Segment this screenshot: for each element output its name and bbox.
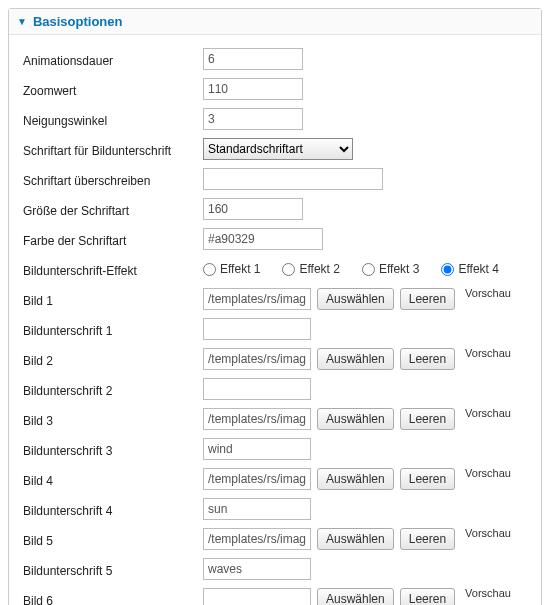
bild2-leeren-button[interactable]: Leeren — [400, 348, 455, 370]
label-bild6: Bild 6 — [23, 591, 203, 606]
bild3-vorschau-link[interactable]: Vorschau — [465, 407, 511, 419]
effekt-radio-3-input[interactable] — [362, 263, 375, 276]
bildunterschrift3-input[interactable] — [203, 438, 311, 460]
bildunterschrift4-input[interactable] — [203, 498, 311, 520]
bild2-input[interactable] — [203, 348, 311, 370]
basisoptionen-panel: ▼ Basisoptionen Animationsdauer Zoomwert… — [8, 8, 542, 605]
panel-title: Basisoptionen — [33, 14, 123, 29]
effekt-radio-1-input[interactable] — [203, 263, 216, 276]
label-effekt: Bildunterschrift-Effekt — [23, 261, 203, 278]
bild4-auswaehlen-button[interactable]: Auswählen — [317, 468, 394, 490]
label-bild3: Bild 3 — [23, 411, 203, 428]
bild3-auswaehlen-button[interactable]: Auswählen — [317, 408, 394, 430]
label-schriftart-ueberschreiben: Schriftart überschreiben — [23, 171, 203, 188]
label-schriftart-bildunterschrift: Schriftart für Bildunterschrift — [23, 141, 203, 158]
bild4-input[interactable] — [203, 468, 311, 490]
label-bildunterschrift3: Bildunterschrift 3 — [23, 441, 203, 458]
bild5-auswaehlen-button[interactable]: Auswählen — [317, 528, 394, 550]
effekt-radio-2-input[interactable] — [282, 263, 295, 276]
effekt-radio-4[interactable]: Effekt 4 — [441, 262, 498, 276]
label-farbe-schriftart: Farbe der Schriftart — [23, 231, 203, 248]
effekt-radio-3[interactable]: Effekt 3 — [362, 262, 419, 276]
label-bild4: Bild 4 — [23, 471, 203, 488]
farbe-schriftart-input[interactable] — [203, 228, 323, 250]
bild4-vorschau-link[interactable]: Vorschau — [465, 467, 511, 479]
schriftart-ueberschreiben-input[interactable] — [203, 168, 383, 190]
bild5-leeren-button[interactable]: Leeren — [400, 528, 455, 550]
animationsdauer-input[interactable] — [203, 48, 303, 70]
bild2-auswaehlen-button[interactable]: Auswählen — [317, 348, 394, 370]
bild5-vorschau-link[interactable]: Vorschau — [465, 527, 511, 539]
effekt-radio-4-input[interactable] — [441, 263, 454, 276]
bild3-input[interactable] — [203, 408, 311, 430]
bild6-vorschau-link[interactable]: Vorschau — [465, 587, 511, 599]
label-neigungswinkel: Neigungswinkel — [23, 111, 203, 128]
bild3-leeren-button[interactable]: Leeren — [400, 408, 455, 430]
bild5-input[interactable] — [203, 528, 311, 550]
label-animationsdauer: Animationsdauer — [23, 51, 203, 68]
bild1-input[interactable] — [203, 288, 311, 310]
bildunterschrift2-input[interactable] — [203, 378, 311, 400]
bild6-leeren-button[interactable]: Leeren — [400, 588, 455, 605]
schriftart-select[interactable]: Standardschriftart — [203, 138, 353, 160]
label-bildunterschrift2: Bildunterschrift 2 — [23, 381, 203, 398]
bildunterschrift5-input[interactable] — [203, 558, 311, 580]
bild4-leeren-button[interactable]: Leeren — [400, 468, 455, 490]
collapse-icon: ▼ — [17, 16, 27, 27]
label-bildunterschrift5: Bildunterschrift 5 — [23, 561, 203, 578]
bild1-leeren-button[interactable]: Leeren — [400, 288, 455, 310]
bild1-vorschau-link[interactable]: Vorschau — [465, 287, 511, 299]
label-bild5: Bild 5 — [23, 531, 203, 548]
label-bildunterschrift4: Bildunterschrift 4 — [23, 501, 203, 518]
bild6-auswaehlen-button[interactable]: Auswählen — [317, 588, 394, 605]
label-bildunterschrift1: Bildunterschrift 1 — [23, 321, 203, 338]
label-bild2: Bild 2 — [23, 351, 203, 368]
bild1-auswaehlen-button[interactable]: Auswählen — [317, 288, 394, 310]
effekt-radio-1[interactable]: Effekt 1 — [203, 262, 260, 276]
effekt-radio-2[interactable]: Effekt 2 — [282, 262, 339, 276]
label-groesse-schriftart: Größe der Schriftart — [23, 201, 203, 218]
neigungswinkel-input[interactable] — [203, 108, 303, 130]
groesse-schriftart-input[interactable] — [203, 198, 303, 220]
panel-header[interactable]: ▼ Basisoptionen — [9, 9, 541, 35]
zoomwert-input[interactable] — [203, 78, 303, 100]
bild6-input[interactable] — [203, 588, 311, 605]
label-zoomwert: Zoomwert — [23, 81, 203, 98]
bildunterschrift1-input[interactable] — [203, 318, 311, 340]
panel-body: Animationsdauer Zoomwert Neigungswinkel … — [9, 35, 541, 605]
bild2-vorschau-link[interactable]: Vorschau — [465, 347, 511, 359]
label-bild1: Bild 1 — [23, 291, 203, 308]
